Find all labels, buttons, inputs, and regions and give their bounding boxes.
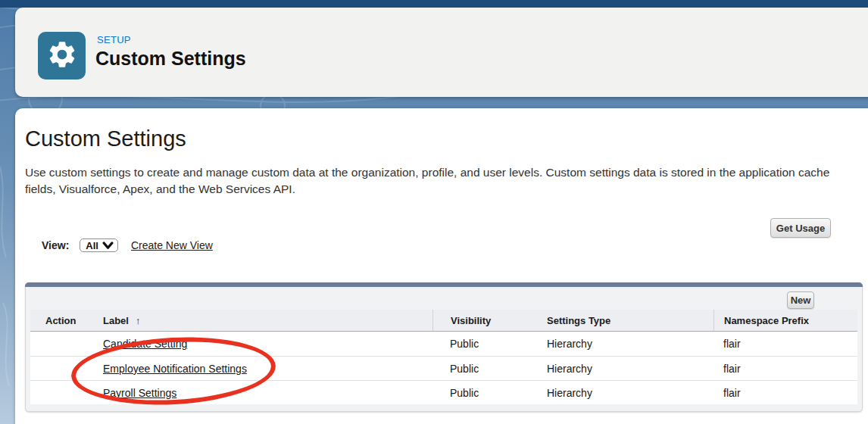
table-header-row: Action Label ↑ Visibility Settings Type … (30, 310, 857, 332)
gear-icon (46, 39, 78, 73)
settings-type-value: Hierarchy (532, 332, 713, 356)
namespace-prefix-value: flair (713, 357, 857, 380)
visibility-value: Public (432, 381, 532, 404)
namespace-prefix-value: flair (713, 381, 857, 404)
content-card: Custom Settings Use custom settings to c… (15, 108, 868, 424)
view-label: View: (42, 239, 69, 251)
setup-icon-tile (38, 32, 86, 80)
view-select[interactable]: All (80, 238, 118, 252)
page-description: Use custom settings to create and manage… (25, 164, 829, 198)
table-row: Payroll Settings Public Hierarchy flair (30, 380, 857, 404)
setup-header-card: SETUP Custom Settings (15, 8, 868, 97)
row-action-cell (30, 381, 92, 404)
column-header-action: Action (30, 310, 92, 331)
list-top-accent-bar (25, 282, 863, 287)
page-description-line: Use custom settings to create and manage… (25, 164, 829, 181)
settings-type-value: Hierarchy (532, 381, 713, 404)
page-description-line: fields, Visualforce, Apex, and the Web S… (25, 181, 829, 198)
download-icon[interactable] (75, 359, 92, 378)
column-header-visibility[interactable]: Visibility (432, 310, 532, 331)
sort-asc-icon: ↑ (136, 315, 141, 326)
new-button[interactable]: New (787, 292, 814, 309)
column-header-settings-type[interactable]: Settings Type (532, 310, 713, 331)
chevron-down-icon (102, 242, 114, 250)
page-top-strip (0, 0, 868, 8)
row-action-cell (30, 357, 92, 380)
custom-settings-list: New Action Label ↑ Visibility Settings T… (25, 282, 863, 412)
setup-page-title: Custom Settings (95, 48, 246, 70)
visibility-value: Public (432, 332, 532, 356)
table-row: Employee Notification Settings Public Hi… (30, 356, 857, 380)
download-icon[interactable] (75, 335, 92, 354)
namespace-prefix-value: flair (713, 332, 857, 356)
setup-eyebrow: SETUP (97, 34, 131, 45)
create-new-view-link[interactable]: Create New View (131, 239, 213, 251)
get-usage-button[interactable]: Get Usage (770, 218, 831, 238)
view-select-value: All (86, 240, 98, 251)
row-action-cell (30, 332, 92, 356)
setting-label-link[interactable]: Candidate Setting (103, 338, 187, 350)
setting-label-link[interactable]: Payroll Settings (103, 387, 176, 399)
column-header-namespace-prefix[interactable]: Namespace Prefix (713, 310, 857, 331)
settings-type-value: Hierarchy (532, 357, 713, 380)
view-controls: View: All Create New View (42, 238, 213, 253)
custom-settings-table: Action Label ↑ Visibility Settings Type … (30, 310, 857, 404)
download-icon[interactable] (75, 383, 92, 402)
table-row: Candidate Setting Public Hierarchy flair (30, 332, 857, 356)
page-title: Custom Settings (25, 126, 186, 151)
column-header-label[interactable]: Label ↑ (92, 310, 432, 331)
setting-label-link[interactable]: Employee Notification Settings (103, 363, 247, 375)
visibility-value: Public (432, 357, 532, 380)
